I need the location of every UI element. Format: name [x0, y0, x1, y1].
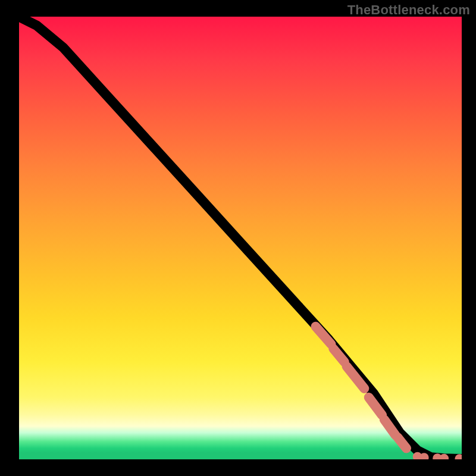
plot-area — [19, 17, 462, 459]
chart-svg — [19, 17, 462, 459]
watermark-text: TheBottleneck.com — [347, 2, 470, 18]
marker-group — [315, 327, 462, 459]
main-curve — [19, 17, 462, 459]
chart-frame: TheBottleneck.com — [0, 0, 476, 476]
marker-sausage — [315, 327, 331, 345]
